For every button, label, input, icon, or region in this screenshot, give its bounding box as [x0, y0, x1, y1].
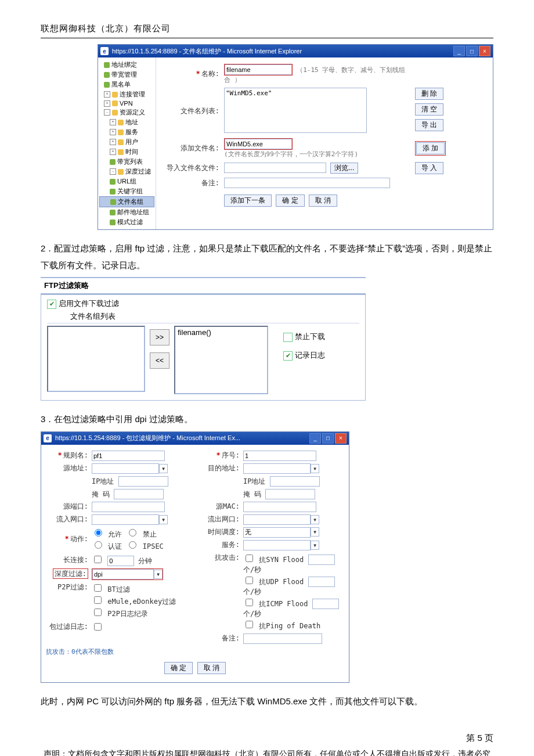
rule-name-input[interactable] [92, 451, 165, 461]
label-p2p: P2P过滤: [47, 581, 90, 620]
long-conn-checkbox[interactable] [94, 556, 102, 563]
ping-checkbox[interactable] [246, 621, 253, 628]
add-button[interactable]: 添 加 [416, 142, 445, 154]
forbid-download-checkbox[interactable] [283, 333, 293, 342]
close-button[interactable]: × [479, 46, 490, 56]
tree-item-VPN[interactable]: +VPN [99, 99, 154, 107]
ok-button-2[interactable]: 确 定 [164, 662, 193, 674]
time-select[interactable] [243, 527, 311, 538]
label-dst: 目的地址: [199, 462, 241, 475]
window-title-2: https://10.1.5.254:8889 - 包过滤规则维护 - Micr… [55, 434, 240, 442]
label-addfile: 添加文件名: [162, 136, 222, 160]
smac-input[interactable] [243, 502, 316, 512]
maximize-button[interactable]: □ [466, 46, 478, 56]
label-long: 长连接: [47, 553, 90, 567]
maximize-button[interactable]: □ [322, 433, 334, 444]
move-left-button[interactable]: << [150, 352, 169, 369]
label-sport: 源端口: [47, 501, 90, 513]
tree-item-带宽列表[interactable]: 带宽列表 [99, 157, 154, 167]
export-button[interactable]: 导 出 [415, 119, 443, 131]
icmp-checkbox[interactable] [246, 599, 253, 606]
paragraph-2: 2．配置过虑策略，启用 ftp 过滤，注意，如果只是禁止下载匹配的文件名，不要选… [41, 240, 493, 273]
add-next-button[interactable]: 添加下一条 [224, 195, 272, 207]
selected-list[interactable]: filename() [174, 326, 268, 394]
minimize-button[interactable]: _ [453, 46, 465, 56]
remark-input[interactable] [224, 178, 390, 188]
syn-checkbox[interactable] [246, 555, 253, 562]
service-select[interactable] [243, 540, 311, 550]
tree-item-时间[interactable]: +时间 [99, 147, 154, 157]
action-deny[interactable]: 禁止 [126, 530, 156, 538]
tree-item-带宽管理[interactable]: 带宽管理 [99, 70, 154, 80]
pflog-checkbox[interactable] [94, 623, 102, 631]
available-list[interactable] [47, 326, 145, 392]
nav-tree[interactable]: 地址绑定带宽管理黑名单+连接管理+VPN-资源定义+地址+服务+用户+时间带宽列… [98, 57, 156, 229]
long-conn-value[interactable] [107, 556, 134, 566]
dst-ip-input[interactable] [270, 476, 320, 487]
label-action: 动作: [70, 535, 88, 543]
p2plog-checkbox[interactable]: P2P日志纪录 [92, 610, 148, 618]
sport-input[interactable] [92, 502, 165, 512]
disclaimer: 声明：文档所包含文字和图片版权均属联想网御科技（北京）有限公司所有，任何单位或个… [41, 747, 493, 756]
tree-item-用户[interactable]: +用户 [99, 137, 154, 147]
outif-select[interactable] [243, 514, 311, 525]
dst-select[interactable] [243, 463, 311, 474]
tree-item-地址[interactable]: +地址 [99, 117, 154, 127]
tree-item-模式过滤[interactable]: 模式过滤 [99, 217, 154, 227]
ok-button[interactable]: 确 定 [276, 195, 304, 207]
minimize-button[interactable]: _ [309, 433, 321, 444]
action-ipsec[interactable]: IPSEC [126, 542, 163, 550]
label-anti: 抗攻击: [199, 552, 241, 632]
dst-mask-input[interactable] [265, 489, 315, 499]
selected-item[interactable]: filename() [178, 328, 211, 337]
cancel-button-2[interactable]: 取 消 [197, 662, 226, 674]
src-select[interactable] [92, 463, 159, 474]
udp-input[interactable] [308, 577, 335, 587]
emule-checkbox[interactable]: eMule,eDonkey过滤 [92, 597, 176, 606]
icmp-input[interactable] [312, 599, 339, 609]
tree-item-黑名单[interactable]: 黑名单 [99, 80, 154, 89]
tree-item-关键字组[interactable]: 关键字组 [99, 186, 154, 196]
window-filename-group: e https://10.1.5.254:8889 - 文件名组维护 - Mic… [98, 44, 493, 230]
src-mask-input[interactable] [114, 489, 164, 499]
action-auth[interactable]: 认证 [92, 542, 122, 550]
tree-item-深度过滤[interactable]: -深度过滤 [99, 167, 154, 177]
label-name: 名称: [201, 70, 219, 78]
close-button[interactable]: × [335, 433, 347, 444]
enable-download-filter-checkbox[interactable] [47, 300, 56, 309]
action-allow[interactable]: 允许 [92, 530, 122, 538]
tree-item-文件名组[interactable]: 文件名组 [99, 196, 154, 207]
window-title: https://10.1.5.254:8889 - 文件名组维护 - Micro… [112, 47, 302, 56]
tree-item-URL组[interactable]: URL组 [99, 177, 154, 186]
name-input[interactable] [225, 64, 292, 75]
label-seq: 序号: [222, 451, 240, 459]
delete-button[interactable]: 删 除 [415, 88, 443, 100]
dpi-select[interactable] [92, 569, 154, 579]
tree-item-资源定义[interactable]: -资源定义 [99, 107, 154, 117]
file-list[interactable]: "WinMD5.exe" [224, 88, 367, 133]
bt-checkbox[interactable]: BT过滤 [92, 585, 130, 593]
src-ip-input[interactable] [118, 476, 168, 487]
clear-button[interactable]: 清 空 [415, 103, 443, 116]
import-path-input[interactable] [224, 163, 326, 173]
paragraph-4: 此时，内网 PC 可以访问外网的 ftp 服务器，但无法下载 WinMD5.ex… [41, 693, 493, 710]
cancel-button[interactable]: 取 消 [309, 195, 337, 207]
remark2-input[interactable] [243, 633, 322, 644]
tree-item-连接管理[interactable]: +连接管理 [99, 89, 154, 99]
paragraph-3: 3．在包过滤策略中引用 dpi 过滤策略。 [41, 411, 493, 428]
tree-item-邮件地址组[interactable]: 邮件地址组 [99, 207, 154, 217]
label-pflog: 包过滤日志: [47, 620, 90, 633]
tree-item-地址绑定[interactable]: 地址绑定 [99, 60, 154, 70]
list-title: 文件名组列表 [47, 309, 359, 323]
seq-input[interactable] [243, 451, 316, 461]
udp-checkbox[interactable] [246, 577, 253, 584]
inif-select[interactable] [92, 514, 159, 525]
label-remark: 备注: [162, 176, 222, 190]
syn-input[interactable] [308, 555, 335, 565]
add-file-input[interactable] [225, 139, 292, 149]
log-checkbox[interactable] [283, 351, 293, 361]
browse-button[interactable]: 浏览... [330, 163, 358, 174]
move-right-button[interactable]: >> [150, 329, 169, 345]
import-button[interactable]: 导 入 [415, 162, 443, 174]
tree-item-服务[interactable]: +服务 [99, 127, 154, 137]
